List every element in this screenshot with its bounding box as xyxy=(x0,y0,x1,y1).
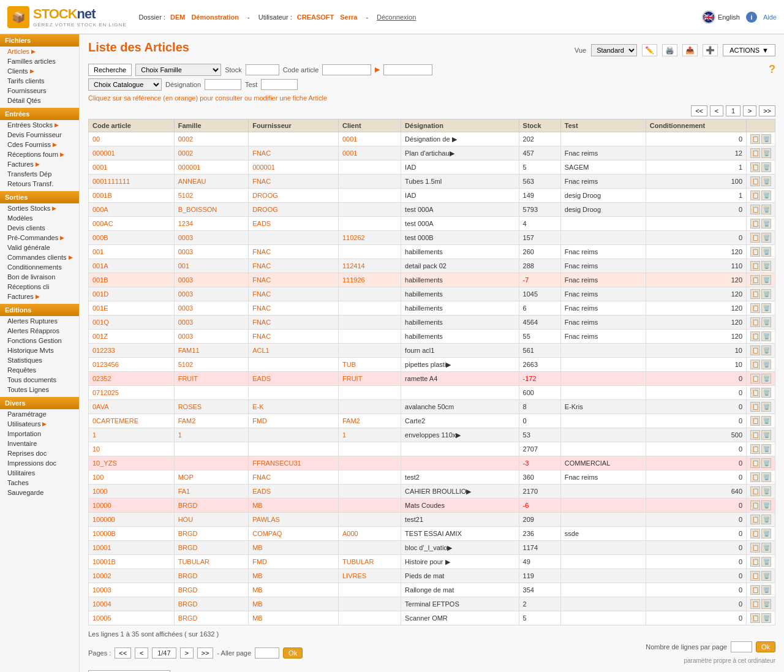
edit-icon-btn[interactable]: ✏️ xyxy=(642,44,657,56)
row-edit-btn[interactable]: 📋 xyxy=(750,613,760,623)
sidebar-item-pre-commandes[interactable]: Pré-Commandes ▶ xyxy=(0,233,79,243)
sidebar-item-factures-sorties[interactable]: Factures ▶ xyxy=(0,292,79,301)
code-link[interactable]: 001 xyxy=(92,248,104,255)
code-link[interactable]: 10003 xyxy=(92,586,111,594)
famille-link[interactable]: HOU xyxy=(178,516,193,523)
sidebar-item-commandes-clients[interactable]: Commandes clients ▶ xyxy=(0,252,79,262)
client-link[interactable]: 110262 xyxy=(342,234,365,241)
fournisseur-link[interactable]: EADS xyxy=(252,488,271,495)
code-link[interactable]: 1 xyxy=(92,431,96,439)
client-link[interactable]: LIVRES xyxy=(342,572,366,580)
lines-per-page-input[interactable]: 35 xyxy=(731,641,752,652)
row-delete-btn[interactable]: 🗑️ xyxy=(761,529,771,538)
famille-link[interactable]: BRGD xyxy=(178,530,198,537)
code-link[interactable]: 001B xyxy=(92,276,108,284)
row-delete-btn[interactable]: 🗑️ xyxy=(761,472,771,482)
sidebar-item-sorties-stocks[interactable]: Sorties Stocks ▶ xyxy=(0,203,79,213)
row-edit-btn[interactable]: 📋 xyxy=(750,247,760,257)
sidebar-item-detail-qtes[interactable]: Détail Qtés xyxy=(0,96,79,105)
row-delete-btn[interactable]: 🗑️ xyxy=(761,458,771,468)
fournisseur-link[interactable]: FNAC xyxy=(252,304,271,312)
sidebar-item-articles[interactable]: Articles ▶ xyxy=(0,47,79,56)
row-edit-btn[interactable]: 📋 xyxy=(750,191,760,200)
col-code-article[interactable]: Code article xyxy=(89,119,175,132)
client-link[interactable]: 111926 xyxy=(342,276,365,284)
code-link[interactable]: 10000B xyxy=(92,530,116,537)
sidebar-item-parametrage[interactable]: Paramétrage xyxy=(0,409,79,419)
code-link[interactable]: 10002 xyxy=(92,572,111,580)
row-delete-btn[interactable]: 🗑️ xyxy=(761,247,771,257)
row-delete-btn[interactable]: 🗑️ xyxy=(761,402,771,412)
famille-link[interactable]: 0003 xyxy=(178,290,193,298)
col-designation[interactable]: Désignation xyxy=(401,119,519,132)
sidebar-item-alertes-ruptures[interactable]: Alertes Ruptures xyxy=(0,316,79,326)
lines-ok-btn[interactable]: Ok xyxy=(756,641,775,652)
code-link[interactable]: 1000 xyxy=(92,488,107,495)
code-article-input[interactable] xyxy=(322,64,371,75)
famille-link[interactable]: BRGD xyxy=(178,544,198,551)
sidebar-item-alertes-reappros[interactable]: Alertes Réappros xyxy=(0,326,79,336)
test-input[interactable] xyxy=(261,79,298,90)
code-link[interactable]: 10000 xyxy=(92,502,111,509)
fournisseur-link[interactable]: MB xyxy=(252,586,263,594)
row-edit-btn[interactable]: 📋 xyxy=(750,162,760,172)
sidebar-item-utilitaires[interactable]: Utilitaires xyxy=(0,468,79,478)
stock-input[interactable] xyxy=(246,64,279,75)
code-article-input2[interactable] xyxy=(383,64,432,75)
col-fournisseur[interactable]: Fournisseur xyxy=(249,119,339,132)
row-delete-btn[interactable]: 🗑️ xyxy=(761,571,771,581)
famille-link[interactable]: 0003 xyxy=(178,248,193,255)
famille-link[interactable]: 001 xyxy=(178,262,189,270)
col-famille[interactable]: Famille xyxy=(174,119,249,132)
fournisseur-link[interactable]: MB xyxy=(252,544,263,551)
fournisseur-link[interactable]: ACL1 xyxy=(252,347,270,354)
famille-link[interactable]: BRGD xyxy=(178,572,198,580)
fournisseur-link[interactable]: MB xyxy=(252,614,263,622)
fournisseur-link[interactable]: FNAC xyxy=(252,474,271,481)
bottom-next-btn[interactable]: > xyxy=(180,647,194,659)
client-link[interactable]: 0001 xyxy=(342,149,357,157)
famille-link[interactable]: 0003 xyxy=(178,276,193,284)
goto-page-ok-btn[interactable]: Ok xyxy=(283,647,303,659)
sidebar-item-valid-generale[interactable]: Valid générale xyxy=(0,243,79,252)
row-delete-btn[interactable]: 🗑️ xyxy=(761,345,771,355)
famille-link[interactable]: 0003 xyxy=(178,319,193,326)
sidebar-item-devis-clients[interactable]: Devis clients xyxy=(0,223,79,233)
code-link[interactable]: 10 xyxy=(92,445,100,453)
sidebar-item-bon-livraison[interactable]: Bon de livraison xyxy=(0,272,79,282)
row-edit-btn[interactable]: 📋 xyxy=(750,444,760,454)
col-client[interactable]: Client xyxy=(338,119,401,132)
client-link[interactable]: 1 xyxy=(342,431,346,439)
row-delete-btn[interactable]: 🗑️ xyxy=(761,416,771,426)
row-edit-btn[interactable]: 📋 xyxy=(750,500,760,510)
row-delete-btn[interactable]: 🗑️ xyxy=(761,303,771,313)
row-delete-btn[interactable]: 🗑️ xyxy=(761,500,771,510)
famille-link[interactable]: BRGD xyxy=(178,502,198,509)
col-conditionnement[interactable]: Conditionnement xyxy=(646,119,746,132)
row-edit-btn[interactable]: 📋 xyxy=(750,205,760,214)
row-delete-btn[interactable]: 🗑️ xyxy=(761,599,771,609)
fournisseur-link[interactable]: FNAC xyxy=(252,333,271,340)
fournisseur-link[interactable]: EADS xyxy=(252,375,271,382)
fournisseur-link[interactable]: EADS xyxy=(252,220,271,227)
famille-link[interactable]: 0003 xyxy=(178,234,193,241)
code-link[interactable]: 02352 xyxy=(92,375,111,382)
goto-page-input[interactable] xyxy=(255,647,279,659)
fournisseur-link[interactable]: MB xyxy=(252,572,263,580)
code-link[interactable]: 0123456 xyxy=(92,361,119,368)
row-delete-btn[interactable]: 🗑️ xyxy=(761,233,771,243)
sidebar-item-entrees-stocks[interactable]: Entrées Stocks ▶ xyxy=(0,120,79,130)
sidebar-item-fonctions-gestion[interactable]: Fonctions Gestion xyxy=(0,336,79,345)
sidebar-item-impressions-doc[interactable]: Impressions doc xyxy=(0,458,79,468)
fournisseur-link[interactable]: FNAC xyxy=(252,149,271,157)
famille-link[interactable]: FA1 xyxy=(178,488,190,495)
sidebar-item-conditionnements[interactable]: Conditionnements xyxy=(0,262,79,272)
row-edit-btn[interactable]: 📋 xyxy=(750,585,760,595)
row-delete-btn[interactable]: 🗑️ xyxy=(761,360,771,369)
famille-link[interactable]: 1 xyxy=(178,431,182,439)
fournisseur-link[interactable]: FNAC xyxy=(252,262,271,270)
row-delete-btn[interactable]: 🗑️ xyxy=(761,331,771,341)
row-delete-btn[interactable]: 🗑️ xyxy=(761,261,771,271)
row-delete-btn[interactable]: 🗑️ xyxy=(761,289,771,299)
fournisseur-link[interactable]: FNAC xyxy=(252,319,271,326)
